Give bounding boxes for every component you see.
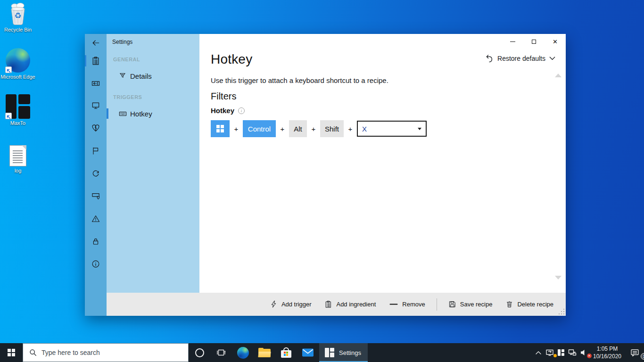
settings-main-pane: ✕ Restore defaults Hotkey Use this trigg… xyxy=(199,34,566,293)
speaker-mute-icon xyxy=(580,349,587,356)
taskbar-app-settings[interactable]: Settings xyxy=(319,343,368,362)
desktop-icon-microsoft-edge[interactable]: Microsoft Edge xyxy=(0,48,36,81)
hotkey-field-header: Hotkey i xyxy=(211,107,245,115)
page-title: Hotkey xyxy=(211,52,252,67)
clipboard-icon xyxy=(324,300,332,308)
back-button[interactable] xyxy=(85,35,107,51)
action-center-icon xyxy=(630,349,639,357)
file-explorer-button[interactable] xyxy=(254,343,275,362)
display-sync-icon xyxy=(545,349,554,356)
recycle-bin-icon: ♻ xyxy=(8,3,28,25)
lightning-icon xyxy=(270,300,278,308)
toolbar-button-label: Remove xyxy=(402,301,425,308)
shift-key-button[interactable]: Shift xyxy=(320,120,344,137)
minimize-button[interactable] xyxy=(502,34,523,49)
rail-item-flags[interactable] xyxy=(85,143,107,159)
scroll-up-arrow[interactable] xyxy=(555,74,561,77)
desktop-icon-maxto[interactable]: MaxTo xyxy=(0,94,36,127)
rail-item-recipes[interactable] xyxy=(85,53,107,69)
funnel-icon xyxy=(118,72,127,80)
filters-heading: Filters xyxy=(211,91,236,102)
plus-separator: + xyxy=(307,125,320,133)
microsoft-store-button[interactable] xyxy=(275,343,297,362)
rail-item-import-window[interactable] xyxy=(85,75,107,91)
key-select-dropdown[interactable]: X xyxy=(357,121,427,137)
delete-recipe-button[interactable]: Delete recipe xyxy=(500,297,559,311)
shortcut-arrow-icon xyxy=(5,66,12,73)
cortana-button[interactable] xyxy=(189,343,210,362)
tray-network[interactable] xyxy=(567,349,578,356)
start-button[interactable] xyxy=(0,343,23,362)
file-explorer-icon xyxy=(258,348,271,357)
trash-icon xyxy=(505,300,513,308)
close-button[interactable]: ✕ xyxy=(545,34,566,49)
clock-time: 1:05 PM xyxy=(589,346,625,353)
rail-item-license[interactable] xyxy=(85,233,107,249)
tray-chevron-up[interactable] xyxy=(533,350,544,355)
info-icon[interactable]: i xyxy=(238,107,245,114)
rail-item-about[interactable] xyxy=(85,256,107,272)
taskbar-edge-button[interactable] xyxy=(232,343,254,362)
add-ingredient-button[interactable]: Add ingredient xyxy=(319,297,381,311)
plus-separator: + xyxy=(276,125,289,133)
taskbar-search-box[interactable]: Type here to search xyxy=(23,343,189,362)
edge-icon xyxy=(237,347,249,359)
cortana-icon xyxy=(195,348,204,357)
control-key-button[interactable]: Control xyxy=(243,120,276,137)
sidebar-item-hotkey[interactable]: Hotkey xyxy=(107,107,199,121)
sidebar-item-label: Details xyxy=(130,72,152,80)
tray-volume[interactable]: ✕ xyxy=(578,349,589,356)
rail-item-warnings[interactable] xyxy=(85,211,107,227)
mute-badge-icon: ✕ xyxy=(587,354,592,358)
desktop-icon-recycle-bin[interactable]: ♻ Recycle Bin xyxy=(0,3,36,33)
taskbar-clock[interactable]: 1:05 PM 10/16/2020 xyxy=(589,345,625,360)
action-center-button[interactable]: 1 xyxy=(625,349,644,357)
remove-button[interactable]: Remove xyxy=(383,297,430,311)
settings-sidebar: Settings GENERAL Details TRIGGERS Hotkey xyxy=(107,34,199,293)
scroll-down-arrow[interactable] xyxy=(555,276,561,280)
text-file-icon xyxy=(9,145,26,166)
mail-icon xyxy=(302,348,314,357)
recycle-symbol-icon: ♻ xyxy=(14,11,21,21)
rail-item-health[interactable] xyxy=(85,120,107,136)
maxto-icon xyxy=(325,348,334,357)
toolbar-divider xyxy=(437,298,437,311)
status-dot xyxy=(553,354,557,357)
sidebar-title: Settings xyxy=(112,39,132,45)
desktop-icon-label: MaxTo xyxy=(10,120,25,127)
add-trigger-button[interactable]: Add trigger xyxy=(264,297,317,311)
mail-button[interactable] xyxy=(297,343,319,362)
desktop-icon-log[interactable]: log xyxy=(0,145,36,174)
tray-display-sync[interactable] xyxy=(544,349,555,356)
maxto-settings-window: Settings GENERAL Details TRIGGERS Hotkey xyxy=(85,34,566,316)
tray-maxto[interactable] xyxy=(555,349,567,356)
undo-icon xyxy=(485,54,494,63)
hotkey-field-label: Hotkey xyxy=(211,107,234,115)
task-view-button[interactable] xyxy=(210,343,232,362)
resize-grip[interactable] xyxy=(559,309,564,314)
save-recipe-button[interactable]: Save recipe xyxy=(443,297,498,311)
minus-icon xyxy=(389,300,398,308)
hotkey-editor: + Control + Alt + Shift + X xyxy=(211,120,427,137)
maximize-button[interactable] xyxy=(523,34,545,49)
toolbar-button-label: Add trigger xyxy=(281,301,312,308)
page-description: Use this trigger to attach a keyboard sh… xyxy=(211,76,388,84)
system-tray: ✕ 1:05 PM 10/16/2020 1 xyxy=(533,343,644,362)
desktop-icon-label: Microsoft Edge xyxy=(0,74,35,81)
toolbar-button-label: Delete recipe xyxy=(517,301,553,308)
plus-separator: + xyxy=(344,125,357,133)
restore-defaults-button[interactable]: Restore defaults xyxy=(485,54,555,63)
rail-item-monitors[interactable] xyxy=(85,98,107,114)
win-key-button[interactable] xyxy=(211,120,230,137)
shortcut-arrow-icon xyxy=(5,113,12,119)
recipe-toolbar: Add trigger Add ingredient Remove Save r… xyxy=(107,293,566,316)
keyboard-icon xyxy=(118,109,127,118)
dropdown-caret-icon xyxy=(418,128,421,130)
desktop: ♻ Recycle Bin Microsoft Edge MaxTo xyxy=(0,0,644,362)
rail-item-privacy[interactable] xyxy=(85,188,107,204)
rail-item-updates[interactable] xyxy=(85,165,107,181)
toolbar-button-label: Add ingredient xyxy=(336,301,376,308)
alt-key-button[interactable]: Alt xyxy=(289,120,307,137)
network-icon xyxy=(568,349,577,356)
sidebar-item-details[interactable]: Details xyxy=(107,69,199,83)
